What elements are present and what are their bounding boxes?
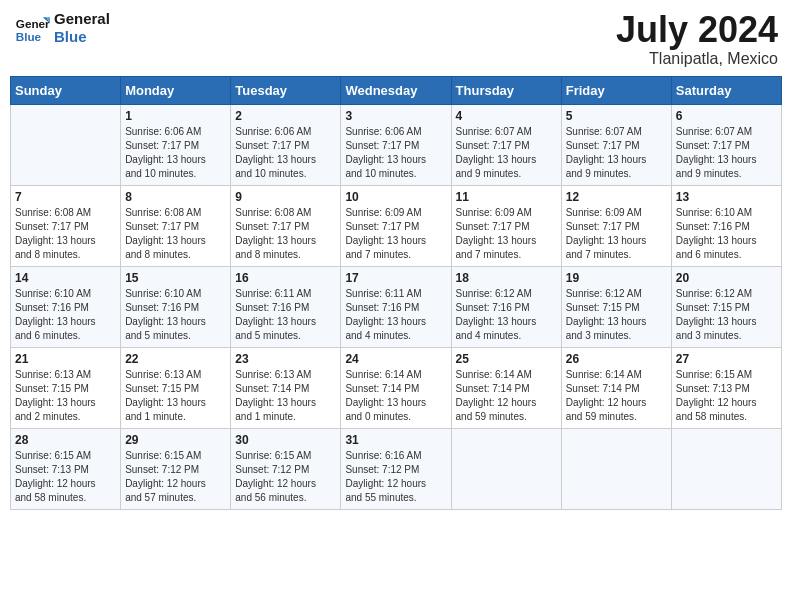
day-number: 26 bbox=[566, 352, 667, 366]
calendar-cell bbox=[671, 428, 781, 509]
calendar-cell: 12Sunrise: 6:09 AM Sunset: 7:17 PM Dayli… bbox=[561, 185, 671, 266]
day-number: 11 bbox=[456, 190, 557, 204]
calendar-cell: 23Sunrise: 6:13 AM Sunset: 7:14 PM Dayli… bbox=[231, 347, 341, 428]
day-number: 1 bbox=[125, 109, 226, 123]
day-info: Sunrise: 6:13 AM Sunset: 7:14 PM Dayligh… bbox=[235, 368, 336, 424]
calendar-cell: 9Sunrise: 6:08 AM Sunset: 7:17 PM Daylig… bbox=[231, 185, 341, 266]
day-number: 6 bbox=[676, 109, 777, 123]
calendar-cell bbox=[11, 104, 121, 185]
day-info: Sunrise: 6:13 AM Sunset: 7:15 PM Dayligh… bbox=[15, 368, 116, 424]
day-info: Sunrise: 6:14 AM Sunset: 7:14 PM Dayligh… bbox=[456, 368, 557, 424]
day-number: 5 bbox=[566, 109, 667, 123]
day-info: Sunrise: 6:10 AM Sunset: 7:16 PM Dayligh… bbox=[125, 287, 226, 343]
day-number: 13 bbox=[676, 190, 777, 204]
calendar-week-row: 1Sunrise: 6:06 AM Sunset: 7:17 PM Daylig… bbox=[11, 104, 782, 185]
weekday-header-thursday: Thursday bbox=[451, 76, 561, 104]
day-number: 15 bbox=[125, 271, 226, 285]
calendar-cell: 1Sunrise: 6:06 AM Sunset: 7:17 PM Daylig… bbox=[121, 104, 231, 185]
day-number: 17 bbox=[345, 271, 446, 285]
day-info: Sunrise: 6:12 AM Sunset: 7:15 PM Dayligh… bbox=[676, 287, 777, 343]
day-info: Sunrise: 6:12 AM Sunset: 7:16 PM Dayligh… bbox=[456, 287, 557, 343]
weekday-header-row: SundayMondayTuesdayWednesdayThursdayFrid… bbox=[11, 76, 782, 104]
day-number: 8 bbox=[125, 190, 226, 204]
calendar-header: SundayMondayTuesdayWednesdayThursdayFrid… bbox=[11, 76, 782, 104]
day-number: 12 bbox=[566, 190, 667, 204]
day-number: 23 bbox=[235, 352, 336, 366]
day-info: Sunrise: 6:10 AM Sunset: 7:16 PM Dayligh… bbox=[15, 287, 116, 343]
calendar-cell: 27Sunrise: 6:15 AM Sunset: 7:13 PM Dayli… bbox=[671, 347, 781, 428]
day-info: Sunrise: 6:14 AM Sunset: 7:14 PM Dayligh… bbox=[345, 368, 446, 424]
calendar-cell: 19Sunrise: 6:12 AM Sunset: 7:15 PM Dayli… bbox=[561, 266, 671, 347]
day-number: 7 bbox=[15, 190, 116, 204]
weekday-header-wednesday: Wednesday bbox=[341, 76, 451, 104]
calendar-cell: 24Sunrise: 6:14 AM Sunset: 7:14 PM Dayli… bbox=[341, 347, 451, 428]
day-number: 30 bbox=[235, 433, 336, 447]
day-info: Sunrise: 6:09 AM Sunset: 7:17 PM Dayligh… bbox=[566, 206, 667, 262]
day-info: Sunrise: 6:12 AM Sunset: 7:15 PM Dayligh… bbox=[566, 287, 667, 343]
day-number: 18 bbox=[456, 271, 557, 285]
day-number: 31 bbox=[345, 433, 446, 447]
calendar-week-row: 28Sunrise: 6:15 AM Sunset: 7:13 PM Dayli… bbox=[11, 428, 782, 509]
day-info: Sunrise: 6:15 AM Sunset: 7:13 PM Dayligh… bbox=[676, 368, 777, 424]
calendar-cell: 6Sunrise: 6:07 AM Sunset: 7:17 PM Daylig… bbox=[671, 104, 781, 185]
calendar-cell: 22Sunrise: 6:13 AM Sunset: 7:15 PM Dayli… bbox=[121, 347, 231, 428]
title-block: July 2024 Tlanipatla, Mexico bbox=[616, 10, 778, 68]
calendar-cell: 29Sunrise: 6:15 AM Sunset: 7:12 PM Dayli… bbox=[121, 428, 231, 509]
day-info: Sunrise: 6:08 AM Sunset: 7:17 PM Dayligh… bbox=[125, 206, 226, 262]
day-info: Sunrise: 6:08 AM Sunset: 7:17 PM Dayligh… bbox=[15, 206, 116, 262]
day-info: Sunrise: 6:16 AM Sunset: 7:12 PM Dayligh… bbox=[345, 449, 446, 505]
weekday-header-saturday: Saturday bbox=[671, 76, 781, 104]
calendar-cell: 17Sunrise: 6:11 AM Sunset: 7:16 PM Dayli… bbox=[341, 266, 451, 347]
calendar-cell: 31Sunrise: 6:16 AM Sunset: 7:12 PM Dayli… bbox=[341, 428, 451, 509]
day-info: Sunrise: 6:08 AM Sunset: 7:17 PM Dayligh… bbox=[235, 206, 336, 262]
calendar-cell bbox=[451, 428, 561, 509]
calendar-cell: 8Sunrise: 6:08 AM Sunset: 7:17 PM Daylig… bbox=[121, 185, 231, 266]
calendar-week-row: 7Sunrise: 6:08 AM Sunset: 7:17 PM Daylig… bbox=[11, 185, 782, 266]
calendar-table: SundayMondayTuesdayWednesdayThursdayFrid… bbox=[10, 76, 782, 510]
calendar-cell: 14Sunrise: 6:10 AM Sunset: 7:16 PM Dayli… bbox=[11, 266, 121, 347]
day-number: 20 bbox=[676, 271, 777, 285]
day-number: 16 bbox=[235, 271, 336, 285]
calendar-cell: 2Sunrise: 6:06 AM Sunset: 7:17 PM Daylig… bbox=[231, 104, 341, 185]
day-info: Sunrise: 6:06 AM Sunset: 7:17 PM Dayligh… bbox=[235, 125, 336, 181]
svg-text:Blue: Blue bbox=[16, 30, 42, 43]
day-number: 21 bbox=[15, 352, 116, 366]
day-info: Sunrise: 6:06 AM Sunset: 7:17 PM Dayligh… bbox=[345, 125, 446, 181]
day-info: Sunrise: 6:11 AM Sunset: 7:16 PM Dayligh… bbox=[345, 287, 446, 343]
calendar-cell: 28Sunrise: 6:15 AM Sunset: 7:13 PM Dayli… bbox=[11, 428, 121, 509]
day-number: 27 bbox=[676, 352, 777, 366]
day-number: 22 bbox=[125, 352, 226, 366]
calendar-cell: 11Sunrise: 6:09 AM Sunset: 7:17 PM Dayli… bbox=[451, 185, 561, 266]
day-number: 28 bbox=[15, 433, 116, 447]
weekday-header-sunday: Sunday bbox=[11, 76, 121, 104]
day-number: 25 bbox=[456, 352, 557, 366]
logo: General Blue General Blue bbox=[14, 10, 110, 46]
day-number: 29 bbox=[125, 433, 226, 447]
day-info: Sunrise: 6:14 AM Sunset: 7:14 PM Dayligh… bbox=[566, 368, 667, 424]
weekday-header-monday: Monday bbox=[121, 76, 231, 104]
calendar-cell: 3Sunrise: 6:06 AM Sunset: 7:17 PM Daylig… bbox=[341, 104, 451, 185]
calendar-cell: 5Sunrise: 6:07 AM Sunset: 7:17 PM Daylig… bbox=[561, 104, 671, 185]
day-number: 24 bbox=[345, 352, 446, 366]
calendar-cell: 4Sunrise: 6:07 AM Sunset: 7:17 PM Daylig… bbox=[451, 104, 561, 185]
calendar-cell: 21Sunrise: 6:13 AM Sunset: 7:15 PM Dayli… bbox=[11, 347, 121, 428]
day-number: 3 bbox=[345, 109, 446, 123]
day-info: Sunrise: 6:15 AM Sunset: 7:12 PM Dayligh… bbox=[235, 449, 336, 505]
day-info: Sunrise: 6:06 AM Sunset: 7:17 PM Dayligh… bbox=[125, 125, 226, 181]
day-info: Sunrise: 6:07 AM Sunset: 7:17 PM Dayligh… bbox=[566, 125, 667, 181]
location-title: Tlanipatla, Mexico bbox=[616, 50, 778, 68]
day-info: Sunrise: 6:09 AM Sunset: 7:17 PM Dayligh… bbox=[456, 206, 557, 262]
calendar-cell: 15Sunrise: 6:10 AM Sunset: 7:16 PM Dayli… bbox=[121, 266, 231, 347]
calendar-cell: 18Sunrise: 6:12 AM Sunset: 7:16 PM Dayli… bbox=[451, 266, 561, 347]
day-number: 9 bbox=[235, 190, 336, 204]
month-title: July 2024 bbox=[616, 10, 778, 50]
day-info: Sunrise: 6:15 AM Sunset: 7:13 PM Dayligh… bbox=[15, 449, 116, 505]
day-number: 19 bbox=[566, 271, 667, 285]
day-info: Sunrise: 6:15 AM Sunset: 7:12 PM Dayligh… bbox=[125, 449, 226, 505]
page-header: General Blue General Blue July 2024 Tlan… bbox=[10, 10, 782, 68]
weekday-header-friday: Friday bbox=[561, 76, 671, 104]
calendar-week-row: 14Sunrise: 6:10 AM Sunset: 7:16 PM Dayli… bbox=[11, 266, 782, 347]
calendar-cell: 13Sunrise: 6:10 AM Sunset: 7:16 PM Dayli… bbox=[671, 185, 781, 266]
calendar-body: 1Sunrise: 6:06 AM Sunset: 7:17 PM Daylig… bbox=[11, 104, 782, 509]
day-number: 14 bbox=[15, 271, 116, 285]
